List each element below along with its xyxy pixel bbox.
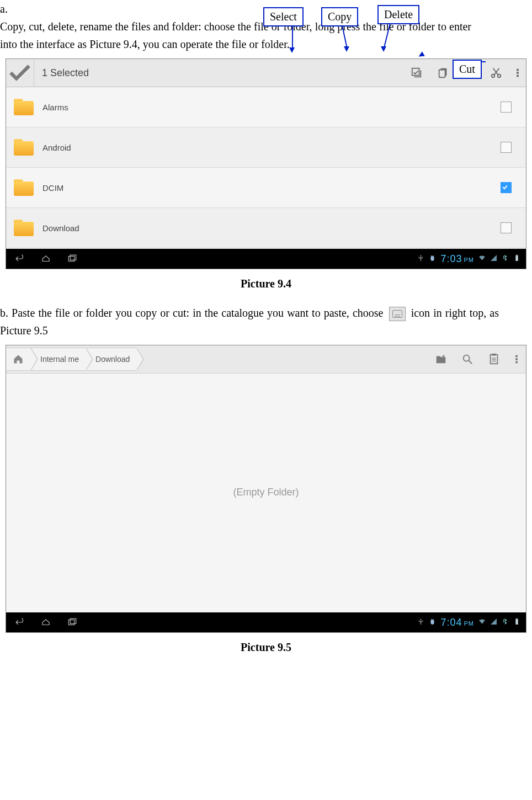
breadcrumb-home[interactable] — [6, 348, 30, 371]
svg-rect-20 — [515, 355, 518, 358]
folder-row[interactable]: Download — [6, 208, 526, 248]
svg-rect-11 — [70, 255, 76, 260]
android-nav-bar: 7:03PM — [6, 249, 526, 269]
figure-9-5: Internal me Download (Empty Folder) — [6, 345, 526, 633]
overflow-icon[interactable] — [507, 353, 526, 365]
folder-icon — [14, 139, 35, 156]
done-icon[interactable] — [6, 59, 34, 87]
folder-row[interactable]: Alarms — [6, 87, 526, 127]
paste-icon[interactable] — [481, 353, 507, 365]
breadcrumb-bar: Internal me Download — [6, 345, 526, 374]
nav-home-icon[interactable] — [33, 617, 59, 627]
status-clock: 7:04PM — [440, 617, 474, 628]
figure-9-4: 1 Selected Alarms — [6, 58, 526, 269]
svg-rect-21 — [515, 358, 518, 360]
select-checkbox[interactable] — [501, 102, 512, 113]
folder-row[interactable]: DCIM — [6, 168, 526, 208]
signal-icon — [490, 254, 497, 264]
nav-recent-icon[interactable] — [59, 254, 86, 264]
svg-point-17 — [464, 355, 470, 361]
figure-caption-94: Picture 9.4 — [0, 278, 532, 290]
svg-rect-29 — [516, 618, 517, 620]
svg-rect-23 — [68, 620, 75, 625]
bluetooth-icon — [502, 254, 509, 264]
paste-icon-inline — [389, 307, 406, 321]
nav-back-icon[interactable] — [6, 617, 33, 627]
svg-rect-2 — [439, 70, 445, 78]
nav-recent-icon[interactable] — [59, 617, 86, 627]
empty-folder-label: (Empty Folder) — [6, 374, 526, 611]
callout-delete: Delete — [377, 5, 419, 24]
action-bar: 1 Selected — [6, 59, 526, 87]
wifi-icon — [478, 617, 486, 627]
battery-icon — [513, 617, 520, 627]
svg-rect-9 — [517, 75, 519, 77]
select-checkbox[interactable] — [501, 222, 512, 233]
folder-row[interactable]: Android — [6, 127, 526, 168]
search-icon[interactable] — [454, 353, 481, 365]
svg-rect-15 — [515, 255, 518, 261]
callout-cut: Cut — [453, 60, 482, 79]
svg-point-13 — [431, 255, 432, 257]
select-all-icon[interactable] — [403, 59, 430, 87]
nav-home-icon[interactable] — [33, 254, 59, 264]
debug-icon — [429, 617, 436, 627]
svg-point-26 — [431, 619, 432, 620]
bluetooth-icon — [502, 617, 509, 627]
list-marker-a: a. — [0, 0, 20, 18]
svg-rect-19 — [492, 354, 496, 356]
svg-rect-8 — [517, 72, 519, 74]
breadcrumb-item[interactable]: Internal me — [30, 348, 86, 371]
callout-copy: Copy — [321, 7, 358, 26]
select-checkbox[interactable] — [501, 182, 512, 193]
folder-list: Alarms Android DCIM Download — [6, 87, 526, 248]
cut-icon[interactable] — [483, 59, 509, 87]
signal-icon — [490, 617, 497, 627]
svg-rect-28 — [515, 619, 518, 625]
svg-point-25 — [431, 620, 435, 625]
paragraph-b-pre: b. Paste the file or folder you copy or … — [0, 307, 383, 319]
svg-rect-18 — [491, 355, 498, 364]
folder-name: DCIM — [42, 183, 63, 193]
new-folder-icon[interactable] — [428, 353, 454, 365]
svg-point-14 — [433, 255, 434, 257]
folder-icon — [14, 220, 35, 236]
svg-rect-22 — [515, 361, 518, 364]
svg-point-12 — [431, 256, 435, 261]
figure-caption-95: Picture 9.5 — [0, 641, 532, 654]
folder-name: Android — [42, 143, 71, 152]
status-clock: 7:03PM — [440, 253, 474, 265]
svg-rect-24 — [70, 618, 76, 623]
svg-point-27 — [433, 619, 434, 620]
folder-icon — [14, 99, 35, 115]
select-checkbox[interactable] — [501, 142, 512, 153]
callout-select: Select — [263, 7, 304, 26]
svg-rect-16 — [516, 255, 517, 256]
svg-rect-7 — [517, 69, 519, 71]
battery-icon — [513, 254, 520, 264]
folder-icon — [14, 179, 35, 196]
wifi-icon — [478, 254, 486, 264]
android-nav-bar: 7:04PM — [6, 612, 526, 632]
svg-rect-0 — [412, 68, 419, 76]
paragraph-b: b. Paste the file or folder you copy or … — [0, 304, 499, 339]
usb-icon — [417, 617, 424, 627]
usb-icon — [417, 254, 424, 264]
selection-count: 1 Selected — [34, 67, 89, 79]
debug-icon — [429, 254, 436, 264]
overflow-icon[interactable] — [509, 59, 526, 87]
svg-rect-10 — [68, 257, 75, 262]
nav-back-icon[interactable] — [6, 254, 33, 264]
folder-name: Download — [42, 223, 79, 233]
folder-name: Alarms — [42, 103, 68, 112]
